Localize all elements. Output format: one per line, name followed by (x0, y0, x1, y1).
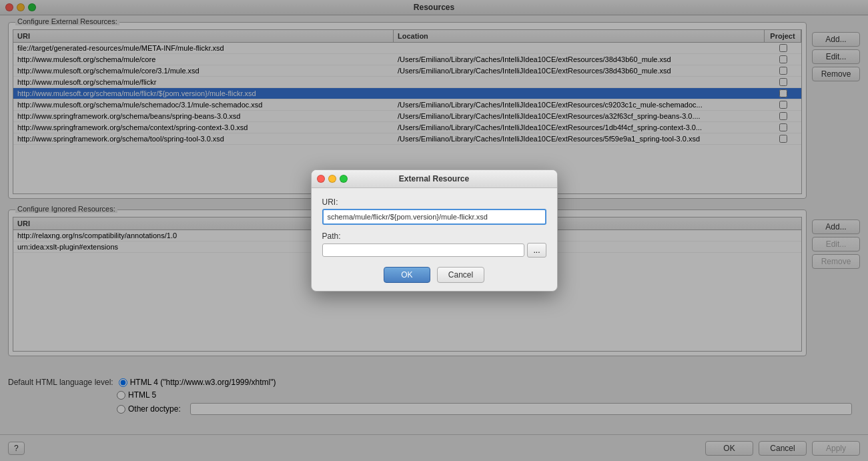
modal-path-label: Path: (322, 232, 546, 241)
modal-path-row: ... (322, 243, 546, 258)
modal-uri-label: URI: (322, 197, 546, 207)
modal-path-input[interactable] (322, 244, 525, 257)
modal-close-button[interactable] (317, 175, 325, 183)
modal-overlay: External Resource URI: Path: ... OK Canc… (0, 0, 868, 461)
modal-buttons: OK Cancel (322, 267, 546, 283)
modal-uri-input[interactable] (322, 209, 546, 225)
modal-maximize-button[interactable] (340, 175, 348, 183)
modal-cancel-button[interactable]: Cancel (437, 267, 484, 283)
modal-minimize-button[interactable] (328, 175, 336, 183)
modal-traffic-lights (317, 175, 348, 183)
modal-ok-button[interactable]: OK (384, 267, 430, 283)
main-window: Resources Configure External Resources: … (0, 0, 868, 461)
modal-browse-button[interactable]: ... (527, 243, 546, 258)
modal-title-bar: External Resource (312, 170, 557, 188)
modal-title: External Resource (399, 174, 469, 183)
modal-body: URI: Path: ... OK Cancel (312, 188, 557, 291)
modal-dialog: External Resource URI: Path: ... OK Canc… (311, 169, 558, 292)
